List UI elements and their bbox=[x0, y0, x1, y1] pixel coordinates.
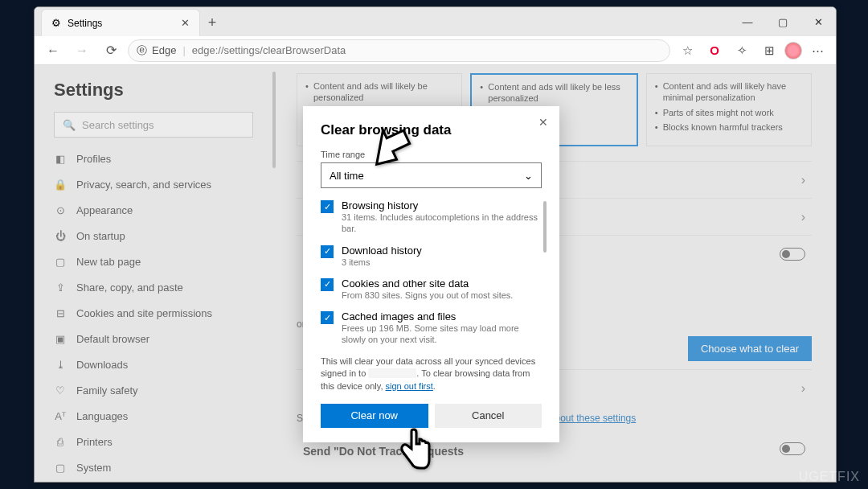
clear-option-row[interactable]: ✓Cookies and other site dataFrom 830 sit… bbox=[321, 277, 542, 301]
nav-icon: ⎙ bbox=[54, 436, 67, 448]
nav-icon: Aᵀ bbox=[54, 410, 67, 422]
option-title: Cached images and files bbox=[342, 310, 542, 323]
checkbox-checked[interactable]: ✓ bbox=[321, 245, 334, 258]
sidebar-item[interactable]: ▢System bbox=[54, 454, 253, 480]
forward-button[interactable]: → bbox=[70, 39, 94, 63]
nav-icon: ▢ bbox=[54, 462, 67, 474]
dialog-close-button[interactable]: ✕ bbox=[538, 116, 548, 129]
option-subtitle: 31 items. Includes autocompletions in th… bbox=[342, 212, 542, 235]
extension-icon[interactable]: O bbox=[702, 39, 727, 63]
settings-sidebar: Settings 🔍 Search settings ◧Profiles🔒Pri… bbox=[35, 65, 272, 482]
time-range-label: Time range bbox=[321, 150, 542, 159]
nav-label: New tab page bbox=[76, 256, 141, 268]
favorites-icon[interactable]: ✧ bbox=[730, 39, 754, 63]
option-title: Browsing history bbox=[342, 199, 542, 212]
nav-label: Profiles bbox=[76, 153, 111, 165]
sync-warning: This will clear your data across all you… bbox=[321, 355, 542, 392]
close-tab-icon[interactable]: ✕ bbox=[181, 17, 190, 29]
minimize-button[interactable]: — bbox=[730, 7, 765, 36]
checkbox-checked[interactable]: ✓ bbox=[321, 278, 334, 291]
option-subtitle: Frees up 196 MB. Some sites may load mor… bbox=[342, 323, 542, 346]
nav-icon: ⇪ bbox=[54, 281, 67, 294]
search-input[interactable]: 🔍 Search settings bbox=[54, 112, 253, 138]
browser-tab[interactable]: ⚙ Settings ✕ bbox=[41, 9, 200, 36]
new-tab-button[interactable]: + bbox=[200, 14, 224, 36]
nav-icon: ▢ bbox=[54, 256, 67, 268]
nav-label: Family safety bbox=[76, 384, 138, 397]
clear-browsing-data-dialog: ✕ Clear browsing data Time range All tim… bbox=[303, 106, 559, 442]
toggle-off[interactable] bbox=[780, 248, 805, 261]
gear-icon: ⚙ bbox=[51, 17, 61, 29]
chevron-right-icon: › bbox=[801, 210, 805, 224]
titlebar: ⚙ Settings ✕ + — ▢ ✕ bbox=[35, 7, 836, 36]
chevron-right-icon: › bbox=[801, 173, 805, 187]
option-subtitle: From 830 sites. Signs you out of most si… bbox=[342, 290, 513, 301]
sidebar-item[interactable]: ◧Profiles bbox=[54, 146, 253, 171]
url-input[interactable]: ⓔ Edge | edge://settings/clearBrowserDat… bbox=[128, 39, 670, 62]
search-icon: 🔍 bbox=[63, 119, 76, 131]
choose-clear-button[interactable]: Choose what to clear bbox=[688, 336, 812, 361]
nav-icon: ⏻ bbox=[54, 230, 67, 242]
time-range-select[interactable]: All time ⌄ bbox=[321, 162, 542, 188]
sidebar-item[interactable]: ⇪Share, copy, and paste bbox=[54, 274, 253, 300]
back-button[interactable]: ← bbox=[41, 39, 65, 63]
option-title: Cookies and other site data bbox=[342, 277, 513, 290]
sidebar-item[interactable]: AᵀLanguages bbox=[54, 403, 253, 429]
option-subtitle: 3 items bbox=[342, 257, 422, 268]
address-bar: ← → ⟳ ⓔ Edge | edge://settings/clearBrow… bbox=[35, 36, 836, 65]
collections-icon[interactable]: ⊞ bbox=[757, 39, 781, 63]
nav-label: Default browser bbox=[76, 333, 149, 345]
settings-heading: Settings bbox=[54, 80, 253, 101]
maximize-button[interactable]: ▢ bbox=[765, 7, 800, 36]
nav-label: System bbox=[76, 462, 111, 474]
nav-label: Privacy, search, and services bbox=[76, 179, 211, 191]
nav-icon: ⊟ bbox=[54, 307, 67, 319]
clear-option-row[interactable]: ✓Download history3 items bbox=[321, 244, 542, 268]
checkbox-checked[interactable]: ✓ bbox=[321, 311, 334, 324]
clear-now-button[interactable]: Clear now bbox=[321, 404, 428, 428]
nav-icon: ♡ bbox=[54, 384, 67, 397]
tracking-card-strict[interactable]: Content and ads will likely have minimal… bbox=[646, 73, 812, 146]
nav-label: Appearance bbox=[76, 204, 133, 216]
nav-label: Downloads bbox=[76, 359, 128, 371]
nav-label: Printers bbox=[76, 436, 113, 448]
close-window-button[interactable]: ✕ bbox=[800, 7, 836, 36]
menu-icon[interactable]: ⋯ bbox=[805, 39, 829, 63]
clear-option-row[interactable]: ✓Browsing history31 items. Includes auto… bbox=[321, 199, 542, 235]
sidebar-item[interactable]: ⊟Cookies and site permissions bbox=[54, 300, 253, 326]
nav-label: Share, copy, and paste bbox=[76, 281, 183, 294]
sidebar-item[interactable]: ⊙Appearance bbox=[54, 197, 253, 223]
annotation-arrow-cursor bbox=[362, 117, 418, 176]
nav-icon: ⤓ bbox=[54, 359, 67, 371]
clear-option-row[interactable]: ✓Cached images and filesFrees up 196 MB.… bbox=[321, 310, 542, 346]
sidebar-item[interactable]: ↺Reset settings bbox=[54, 480, 253, 482]
sidebar-item[interactable]: 🔒Privacy, search, and services bbox=[54, 171, 253, 197]
sidebar-item[interactable]: ⤓Downloads bbox=[54, 351, 253, 377]
nav-icon: ▣ bbox=[54, 333, 67, 345]
nav-label: On startup bbox=[76, 230, 125, 242]
checkbox-checked[interactable]: ✓ bbox=[321, 200, 334, 213]
nav-icon: 🔒 bbox=[54, 179, 67, 191]
option-title: Download history bbox=[342, 244, 422, 257]
sign-out-link[interactable]: sign out first bbox=[386, 381, 433, 391]
edge-icon: ⓔ bbox=[137, 43, 147, 58]
profile-avatar[interactable] bbox=[784, 42, 802, 60]
watermark: UGETFIX bbox=[799, 470, 860, 484]
toggle-off[interactable] bbox=[780, 442, 805, 455]
window-controls: — ▢ ✕ bbox=[730, 7, 836, 36]
nav-icon: ◧ bbox=[54, 153, 67, 165]
dialog-scrollbar[interactable] bbox=[543, 201, 547, 253]
nav-label: Languages bbox=[76, 410, 128, 422]
sidebar-item[interactable]: ▢New tab page bbox=[54, 249, 253, 274]
cancel-button[interactable]: Cancel bbox=[435, 404, 542, 428]
sidebar-item[interactable]: ⎙Printers bbox=[54, 429, 253, 454]
sidebar-item[interactable]: ▣Default browser bbox=[54, 326, 253, 351]
dialog-title: Clear browsing data bbox=[321, 122, 542, 138]
refresh-button[interactable]: ⟳ bbox=[99, 39, 123, 63]
nav-label: Cookies and site permissions bbox=[76, 307, 212, 319]
nav-icon: ⊙ bbox=[54, 204, 67, 216]
read-aloud-icon[interactable]: ☆ bbox=[675, 39, 699, 63]
sidebar-item[interactable]: ⏻On startup bbox=[54, 223, 253, 249]
sidebar-item[interactable]: ♡Family safety bbox=[54, 377, 253, 403]
tab-title: Settings bbox=[68, 18, 102, 29]
